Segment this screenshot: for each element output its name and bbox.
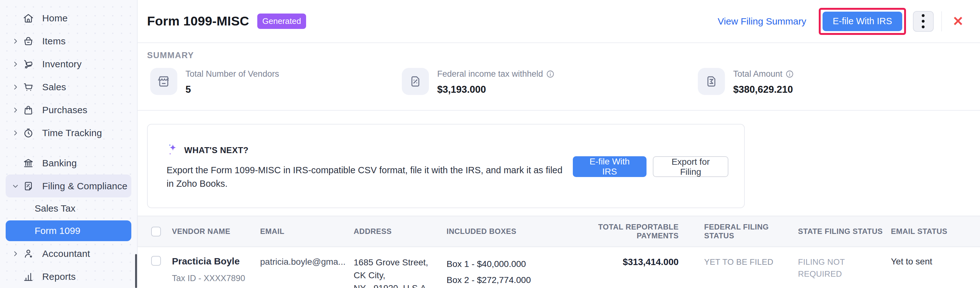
sidebar-item-home[interactable]: Home	[0, 6, 137, 30]
chevron-right-icon[interactable]	[10, 38, 21, 45]
sidebar-item-label: Home	[42, 13, 68, 24]
efile-with-irs-secondary-button[interactable]: E-file With IRS	[573, 156, 647, 177]
sidebar-item-time-tracking[interactable]: Time Tracking	[0, 121, 137, 144]
summary-card-value: $380,629.210	[733, 84, 794, 95]
sigma-icon	[698, 68, 725, 95]
home-icon	[21, 11, 35, 25]
sidebar-item-form-1099[interactable]: Form 1099	[6, 220, 131, 241]
sidebar-item-inventory[interactable]: Inventory	[0, 52, 137, 76]
info-icon[interactable]	[546, 70, 555, 78]
column-header-email: EMAIL	[260, 227, 354, 236]
reports-icon	[21, 270, 35, 283]
federal-filing-status: YET TO BE FILED	[679, 256, 798, 267]
sidebar-item-label: Items	[42, 36, 65, 46]
whats-next-card: WHAT'S NEXT? Export the Form 1099-MISC i…	[147, 124, 745, 208]
page-title: Form 1099-MISC	[147, 14, 249, 28]
chevron-right-icon[interactable]	[10, 61, 21, 68]
sidebar-item-label: Inventory	[42, 59, 81, 70]
sidebar-item-label: Banking	[42, 158, 77, 169]
select-all-checkbox[interactable]	[151, 227, 161, 236]
status-badge: Generated	[257, 14, 306, 29]
whats-next-text: WHAT'S NEXT? Export the Form 1099-MISC i…	[167, 143, 563, 190]
accountant-icon	[21, 247, 35, 261]
state-filing-status: FILING NOT REQUIRED	[798, 256, 864, 280]
summary-card-label: Total Number of Vendors	[186, 69, 279, 79]
summary-card-text: Total Amount $380,629.210	[733, 68, 794, 95]
sales-cart-icon	[21, 80, 35, 94]
select-all-cell	[151, 227, 172, 236]
sidebar-item-sales-tax[interactable]: Sales Tax	[0, 198, 137, 220]
chevron-right-icon[interactable]	[10, 84, 21, 90]
time-tracking-icon	[21, 126, 35, 140]
sidebar-item-label: Form 1099	[35, 225, 80, 236]
summary-card-text: Total Number of Vendors 5	[186, 68, 279, 95]
main-content: Form 1099-MISC Generated View Filing Sum…	[138, 0, 980, 288]
export-for-filing-button[interactable]: Export for Filing	[653, 156, 729, 177]
sidebar-item-purchases[interactable]: Purchases	[0, 98, 137, 121]
inventory-icon	[21, 57, 35, 71]
sidebar-item-accountant[interactable]: Accountant	[0, 242, 137, 265]
items-icon	[21, 34, 35, 48]
column-header-email-status: EMAIL STATUS	[891, 227, 967, 236]
header-divider	[941, 11, 942, 32]
annotation-highlight-box: E-file With IRS	[819, 8, 906, 35]
summary-card-value: 5	[186, 84, 279, 95]
view-filing-summary-link[interactable]: View Filing Summary	[718, 16, 806, 27]
summary-section: SUMMARY Total Number of Vendors 5	[138, 43, 980, 111]
sidebar-item-banking[interactable]: Banking	[0, 152, 137, 174]
page-header: Form 1099-MISC Generated View Filing Sum…	[138, 0, 980, 43]
chevron-right-icon[interactable]	[10, 130, 21, 136]
sidebar-item-filing-compliance[interactable]: Filing & Compliance	[6, 174, 131, 198]
whats-next-buttons: E-file With IRS Export for Filing	[573, 156, 729, 177]
vendor-address: 1685 Grove Street, CK City, NY - 91920, …	[354, 256, 447, 288]
summary-card-total-vendors: Total Number of Vendors 5	[150, 68, 279, 95]
sidebar-item-sales[interactable]: Sales	[0, 76, 137, 98]
total-reportable-payments: $313,414.000	[570, 256, 679, 267]
whats-next-body: Export the Form 1099-MISC in IRS-compati…	[167, 163, 563, 190]
whats-next-heading: WHAT'S NEXT?	[184, 146, 248, 155]
info-icon[interactable]	[785, 70, 794, 78]
app-window: Home Items Inventory	[0, 0, 980, 288]
summary-heading: SUMMARY	[147, 51, 970, 60]
filing-compliance-icon	[21, 179, 35, 193]
vendor-name[interactable]: Practicia Boyle	[172, 256, 260, 267]
summary-card-total-amount: Total Amount $380,629.210	[698, 68, 794, 95]
whats-next-wrapper: WHAT'S NEXT? Export the Form 1099-MISC i…	[138, 111, 980, 208]
chevron-right-icon[interactable]	[10, 107, 21, 114]
close-icon[interactable]: ✕	[950, 14, 966, 29]
sidebar-scrollbar[interactable]	[135, 254, 137, 288]
sidebar-item-label: Sales	[42, 82, 66, 92]
column-header-included-boxes: INCLUDED BOXES	[447, 227, 570, 236]
row-select-cell	[151, 256, 172, 266]
summary-card-value: $3,193.000	[437, 84, 555, 95]
efile-with-irs-button[interactable]: E-file With IRS	[822, 12, 902, 31]
chevron-down-icon[interactable]	[10, 183, 21, 190]
summary-card-text: Federal income tax withheld $3,193.000	[437, 68, 555, 95]
sidebar-item-label: Accountant	[42, 248, 90, 259]
more-actions-button[interactable]	[913, 11, 934, 32]
banking-icon	[21, 156, 35, 170]
sidebar-item-items[interactable]: Items	[0, 30, 137, 52]
kebab-menu-icon	[922, 14, 924, 28]
column-header-vendor-name: VENDOR NAME	[172, 227, 260, 236]
email-status: Yet to sent	[891, 256, 967, 267]
vendor-tax-id: Tax ID - XXXX7890	[172, 274, 260, 283]
vendor-cell: Practicia Boyle Tax ID - XXXX7890	[172, 256, 260, 283]
summary-cards: Total Number of Vendors 5 Federal income…	[147, 68, 970, 95]
row-checkbox[interactable]	[151, 256, 161, 266]
column-header-total-reportable-payments: TOTAL REPORTABLE PAYMENTS	[570, 223, 679, 240]
summary-card-federal-tax: Federal income tax withheld $3,193.000	[402, 68, 555, 95]
column-header-federal-filing-status: FEDERAL FILING STATUS	[679, 223, 798, 240]
sparkle-icon	[167, 143, 179, 158]
sidebar-item-reports[interactable]: Reports	[0, 265, 137, 288]
included-boxes-cell: Box 1 - $40,000.000 Box 2 - $272,774.000…	[447, 256, 570, 288]
summary-card-label: Total Amount	[733, 69, 794, 79]
storefront-icon	[150, 68, 177, 95]
tax-document-icon	[402, 68, 429, 95]
sidebar-item-label: Time Tracking	[42, 128, 102, 138]
sidebar-item-label: Purchases	[42, 105, 88, 116]
sidebar-group-gap	[0, 144, 137, 152]
chevron-right-icon[interactable]	[10, 250, 21, 257]
table-row[interactable]: Practicia Boyle Tax ID - XXXX7890 patric…	[138, 247, 980, 288]
column-header-state-filing-status: STATE FILING STATUS	[798, 227, 891, 236]
